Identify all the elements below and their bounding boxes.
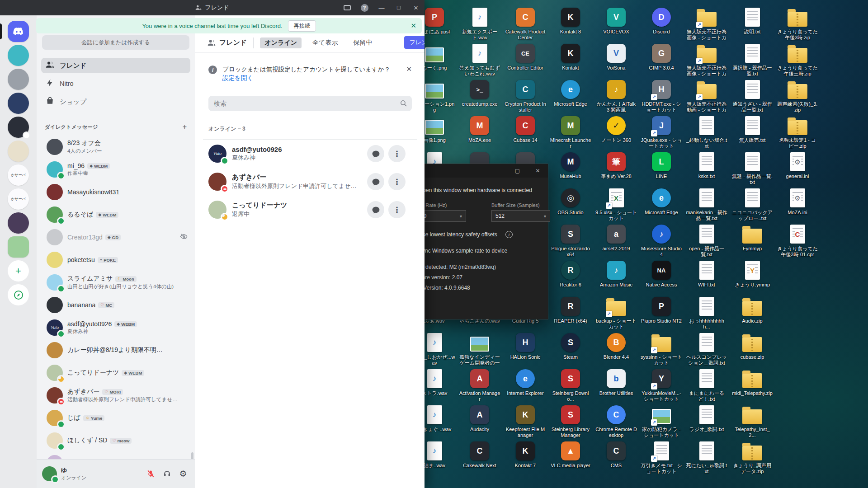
tab-オンライン[interactable]: オンライン [260, 38, 302, 48]
desktop-icon[interactable]: CCubase 14 [504, 115, 547, 143]
dm-item[interactable]: あずきバー♡MORI活動者様以外原則フレンド申請許可してません。 [40, 384, 191, 407]
desktop-icon[interactable]: ↗無人販売不正行為動画 - ショートカット [685, 79, 728, 113]
info-close-icon[interactable]: ✕ [406, 65, 412, 73]
tab-全て表示[interactable]: 全て表示 [308, 38, 342, 48]
desktop-icon[interactable]: NANative Access [640, 260, 683, 288]
headphones-icon[interactable] [160, 467, 174, 481]
desktop-icon[interactable]: RREAPER (x64) [549, 296, 592, 324]
server-icon[interactable]: かサーバ [8, 164, 29, 186]
desktop-icon[interactable]: KKontakt 7 [504, 441, 547, 469]
server-icon[interactable] [8, 45, 29, 66]
desktop-icon[interactable]: きょうり_調声用データ.zip [731, 441, 774, 474]
desktop-icon[interactable]: CCakewalk Product Center [504, 7, 547, 41]
open-on-connect-checkbox[interactable]: Open this window when hardware is connec… [407, 187, 541, 193]
dm-item[interactable]: Yutoasdf@yuto0926◆WEBM夏休み神 [40, 316, 191, 339]
desktop-icon[interactable]: KKontakt [549, 43, 592, 71]
desktop-icon[interactable]: きょうり食ってた午後三時.zip [776, 43, 819, 77]
desktop-icon[interactable]: CCrypton Product Installer [504, 79, 547, 113]
dm-item[interactable]: Creator13gd◆GD [40, 226, 191, 249]
desktop-icon[interactable]: DDiscord [640, 7, 683, 35]
more-options-button[interactable]: ⋮ [388, 173, 406, 190]
desktop-icon[interactable]: MMinecraft Launcher [549, 115, 592, 149]
desktop-icon[interactable]: ♪Amazon Music [594, 260, 638, 288]
desktop-icon[interactable]: ♪答え知ってもむずいわこれ.wav [458, 43, 501, 77]
desktop-icon[interactable]: ✓ノートン 360 [594, 115, 638, 143]
hidden-eye-icon[interactable] [180, 233, 188, 242]
desktop-icon[interactable]: HHALion Sonic [504, 332, 547, 360]
desktop-icon[interactable]: ▲VLC media player [549, 441, 592, 469]
popout-icon[interactable] [339, 0, 356, 15]
desktop-icon[interactable]: 調声練習(失敗)_3.zip [776, 79, 819, 113]
desktop-icon[interactable]: SSteinberg Downlo... [549, 368, 592, 402]
open-settings-link[interactable]: 設定を開く [222, 75, 253, 81]
message-button[interactable] [367, 145, 384, 162]
desktop-icon[interactable]: AAudacity [458, 404, 501, 432]
desktop-icon[interactable]: 孤独なインディーゲーム開発者の一生... [458, 332, 501, 366]
desktop-icon[interactable]: PPiapro Studio NT2 [640, 296, 683, 324]
desktop-icon[interactable]: MMoZA.exe [458, 115, 501, 143]
more-options-button[interactable]: ⋮ [388, 201, 406, 218]
desktop-icon[interactable]: ⚙general.ini [776, 151, 819, 179]
desktop-icon[interactable]: VVOICEVOX [594, 7, 638, 35]
desktop-icon[interactable]: CEController Editor [504, 43, 547, 71]
reconnect-button[interactable]: 再接続 [288, 20, 316, 32]
dm-item[interactable]: じば☺Yume [40, 407, 191, 429]
dm-item[interactable]: bananana♡MC [40, 294, 191, 316]
desktop-icon[interactable]: CCakewalk Next [458, 441, 501, 469]
sidebar-item-shop[interactable]: ショップ [41, 94, 190, 109]
minimize-button[interactable]: — [373, 0, 390, 15]
desktop-icon[interactable]: Fymmyp [731, 224, 774, 252]
desktop-icon[interactable]: _起動しない場合.txt [685, 115, 728, 149]
desktop-icon[interactable]: SPlogue sforzando x64 [549, 224, 592, 258]
desktop-icon[interactable]: 無人販売.txt [731, 115, 774, 143]
desktop-icon[interactable]: まにまにわーるど！.txt [685, 368, 728, 402]
desktop-icon[interactable]: ↗無人販売不正行為画像 - ショートカット [685, 43, 728, 77]
desktop-icon[interactable]: KKeepforest File Manager [504, 404, 547, 438]
dm-item[interactable]: 8/23 オフ会4人のメンバー [40, 136, 191, 158]
tab-保留中[interactable]: 保留中 [349, 38, 377, 48]
server-icon[interactable] [8, 117, 29, 138]
desktop-icon[interactable]: ↗家の防犯カメラ - ショートカット [640, 404, 683, 438]
desktop-icon[interactable]: KKontakt 8 [549, 7, 592, 35]
dialog-maximize-button[interactable]: ▢ [507, 164, 528, 178]
dm-item[interactable]: poketetsu◓POKE [40, 249, 191, 271]
sync-sample-rate-checkbox[interactable]: Sync Windows sample rate to device [407, 247, 541, 254]
close-button[interactable]: ✕ [407, 0, 425, 15]
server-icon[interactable] [8, 69, 29, 90]
server-icon[interactable] [8, 141, 29, 162]
desktop-icon[interactable]: eMicrosoft Edge [640, 188, 683, 216]
create-dm-icon[interactable]: + [183, 123, 187, 131]
desktop-icon[interactable]: open - 親作品一覧.txt [685, 224, 728, 258]
desktop-icon[interactable]: Cきょうり食ってた午後3時-01.cpr [776, 224, 819, 258]
desktop-icon[interactable]: eInternet Explorer [504, 368, 547, 396]
message-button[interactable] [367, 201, 384, 218]
desktop-icon[interactable]: Audio.zip [731, 296, 774, 324]
dm-item[interactable]: るるそば◆WEBM [40, 203, 191, 226]
desktop-icon[interactable]: ヘルスコンプレッション＿歌詞.txt [685, 332, 728, 366]
server-icon[interactable] [8, 212, 29, 234]
desktop-icon[interactable]: きょうり食ってた午後3時.zip [776, 7, 819, 41]
dm-item[interactable]: Masayukisnow831 [40, 181, 191, 203]
desktop-icon[interactable]: CCMS [594, 441, 638, 469]
dm-item[interactable]: ほしくず / SD♡meow [40, 429, 191, 452]
add-friend-button[interactable]: フレンド追加 [404, 36, 425, 49]
dialog-close-button[interactable]: ✕ [528, 164, 548, 178]
desktop-icon[interactable]: 死にたい_ゅ歌詞.txt [685, 441, 728, 474]
desktop-icon[interactable]: 名称未設定1 - コピー.zip [776, 115, 819, 149]
help-icon[interactable]: ? [356, 0, 373, 15]
sidebar-item-nitro[interactable]: Nitro [41, 76, 190, 91]
mic-muted-icon[interactable] [143, 467, 158, 481]
desktop-icon[interactable]: Y↗YukkunMovieM...-ショートカット [640, 368, 683, 402]
user-info[interactable]: ゆ オンライン [61, 466, 139, 481]
dialog-minimize-button[interactable]: — [487, 164, 507, 178]
sidebar-item-friends[interactable]: フレンド [41, 58, 190, 73]
desktop-icon[interactable]: 通知うざい - 親作品一覧.txt [731, 79, 774, 113]
message-button[interactable] [367, 173, 384, 190]
desktop-icon[interactable]: 無題 - 親作品一覧.txt [731, 151, 774, 185]
desktop-icon[interactable]: 選択肢 - 親作品一覧.txt [731, 43, 774, 77]
lowest-latency-checkbox[interactable]: Use lowest latency safety offsets i [407, 231, 541, 238]
desktop-icon[interactable]: Yきょうり.ymmp [731, 260, 774, 288]
dm-item[interactable]: こってりドーナツ◆WEBM [40, 361, 191, 384]
desktop-icon[interactable]: SSteinberg Library Manager [549, 404, 592, 438]
desktop-icon[interactable]: bBrother Utilities [594, 368, 638, 396]
